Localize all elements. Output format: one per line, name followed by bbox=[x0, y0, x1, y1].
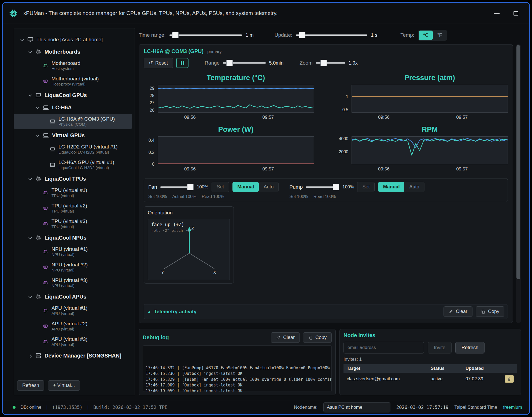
sidebar-item-liquacool-npus[interactable]: LiquaCool NPUs bbox=[14, 232, 132, 244]
range-slider[interactable] bbox=[223, 59, 266, 67]
reset-icon: ↺ bbox=[149, 60, 153, 66]
telemetry-copy-button[interactable]: Copy bbox=[476, 306, 504, 317]
chevron-down-icon[interactable] bbox=[20, 39, 24, 41]
sidebar-item-motherboard[interactable]: Motherboard Host system bbox=[14, 58, 132, 73]
sidebar-item-npu-virtual-1[interactable]: NPU (virtual #1) NPU (virtual) bbox=[14, 244, 132, 259]
node-invites-panel: Node Invites Invite Refresh Invites: 1 T… bbox=[339, 329, 521, 395]
pause-button[interactable] bbox=[176, 58, 189, 68]
slider-thumb[interactable] bbox=[187, 184, 194, 190]
chevron-down-icon[interactable] bbox=[35, 106, 40, 109]
maximize-button[interactable] bbox=[513, 11, 518, 16]
delete-invite-button[interactable] bbox=[505, 375, 514, 383]
chevron-down-icon[interactable] bbox=[28, 237, 32, 239]
pump-set-button[interactable]: Set bbox=[357, 182, 375, 192]
sidebar-item-motherboards[interactable]: Motherboards bbox=[14, 46, 132, 58]
invite-button[interactable]: Invite bbox=[428, 342, 452, 353]
chevron-down-icon[interactable] bbox=[28, 178, 32, 180]
sidebar-item-lc-h2d2-virtual-1[interactable]: LC-H2D2 GPU (virtual #1) LiquaCool LC-H2… bbox=[14, 142, 132, 157]
sidebar-item-this-node[interactable]: This node [Asus PC at home] bbox=[14, 34, 132, 46]
minimize-icon bbox=[494, 13, 500, 14]
sidebar-item-liquacool-tpus[interactable]: LiquaCool TPUs bbox=[14, 173, 132, 185]
chip-icon bbox=[42, 205, 49, 211]
chevron-down-icon[interactable] bbox=[28, 296, 32, 298]
pump-manual-button[interactable]: Manual bbox=[378, 182, 404, 192]
sidebar-item-apu-virtual-2[interactable]: APU (virtual #2) APU (virtual) bbox=[14, 318, 132, 334]
chevron-down-icon[interactable] bbox=[28, 94, 32, 96]
debug-log-title: Debug log bbox=[143, 334, 169, 341]
chip-icon bbox=[42, 264, 49, 270]
svg-text:Y: Y bbox=[161, 270, 164, 275]
debug-clear-button[interactable]: Clear bbox=[271, 332, 300, 343]
slider-thumb[interactable] bbox=[299, 32, 305, 38]
pump-status: Set 100% Read 100% bbox=[289, 194, 424, 199]
primary-badge: primary bbox=[207, 49, 221, 54]
temp-celsius-button[interactable]: °C bbox=[419, 31, 433, 40]
range-label: Range bbox=[205, 60, 220, 66]
sidebar-item-liquacool-apus[interactable]: LiquaCool APUs bbox=[14, 291, 132, 303]
pump-mode-toggle: Manual Auto bbox=[378, 182, 424, 192]
log-line: 17:46:17.009 | [Outbox] ingest-latest OK bbox=[146, 382, 329, 388]
pump-auto-button[interactable]: Auto bbox=[404, 182, 424, 192]
chevron-down-icon[interactable] bbox=[28, 51, 32, 53]
sidebar-item-virtual-gpus[interactable]: Virtual GPUs bbox=[14, 129, 132, 142]
collapse-icon[interactable]: ▲ bbox=[147, 309, 151, 314]
chevron-down-icon[interactable] bbox=[35, 134, 40, 137]
sidebar-item-tpu-virtual-3[interactable]: TPU (virtual #3) TPU (virtual) bbox=[14, 216, 132, 232]
sidebar-item-apu-virtual-3[interactable]: APU (virtual #3) APU (virtual) bbox=[14, 334, 132, 349]
fan-pump-controls: Fan 100% Set Manual Auto bbox=[144, 178, 508, 202]
maximize-icon bbox=[513, 11, 518, 16]
slider-thumb[interactable] bbox=[226, 60, 233, 66]
fan-set-button[interactable]: Set bbox=[212, 182, 229, 192]
sidebar-item-motherboard-virtual[interactable]: Motherboard (virtual) Host-proxy (virtua… bbox=[14, 73, 132, 89]
pump-slider[interactable] bbox=[306, 183, 339, 191]
chart-temperature: Temperature (°C) 29282726 09:5609:57 bbox=[144, 73, 314, 122]
fan-auto-button[interactable]: Auto bbox=[259, 182, 278, 192]
sidebar-item-npu-virtual-3[interactable]: NPU (virtual #3) NPU (virtual) bbox=[14, 275, 132, 291]
sidebar-refresh-button[interactable]: Refresh bbox=[17, 380, 44, 391]
sidebar-item-device-manager[interactable]: Device Manager [SONGSHAN] bbox=[14, 349, 132, 362]
slider-track[interactable] bbox=[316, 62, 345, 64]
device-tree: This node [Asus PC at home] Motherboards… bbox=[14, 32, 135, 377]
minimize-button[interactable] bbox=[494, 13, 500, 14]
chip-icon bbox=[42, 221, 49, 227]
slider-track[interactable] bbox=[169, 35, 242, 36]
plot-area bbox=[158, 136, 314, 164]
chip-icon bbox=[42, 338, 49, 345]
brush-icon bbox=[276, 335, 281, 340]
slider-thumb[interactable] bbox=[320, 60, 327, 66]
gpu-icon bbox=[35, 92, 42, 99]
chevron-right-icon[interactable] bbox=[28, 355, 32, 357]
temp-fahrenheit-button[interactable]: °F bbox=[433, 31, 446, 40]
debug-copy-button[interactable]: Copy bbox=[303, 332, 332, 343]
telemetry-clear-button[interactable]: Clear bbox=[444, 306, 472, 317]
sidebar-item-apu-virtual-1[interactable]: APU (virtual #1) APU (virtual) bbox=[14, 303, 132, 318]
slider-thumb[interactable] bbox=[172, 32, 179, 38]
x-axis: 09:5609:57 bbox=[352, 164, 508, 173]
reset-button[interactable]: ↺ Reset bbox=[144, 58, 173, 68]
nodename-input[interactable] bbox=[323, 402, 390, 412]
scrollbar-thumb[interactable] bbox=[516, 45, 520, 279]
slider-thumb[interactable] bbox=[333, 184, 339, 190]
sidebar-item-lc-h6a-com3[interactable]: LC-H6A @ COM3 (GPU) Physical (COM) bbox=[14, 114, 132, 129]
fan-slider[interactable] bbox=[160, 183, 194, 191]
sidebar-item-liquacool-gpus[interactable]: LiquaCool GPUs bbox=[14, 89, 132, 101]
zoom-slider[interactable] bbox=[316, 59, 345, 67]
fan-manual-button[interactable]: Manual bbox=[232, 182, 259, 192]
sidebar-item-npu-virtual-2[interactable]: NPU (virtual #2) NPU (virtual) bbox=[14, 259, 132, 275]
plan-badge[interactable]: freemium bbox=[503, 405, 522, 410]
telemetry-activity-header[interactable]: ▲ Telemetry activity Clear Copy bbox=[144, 304, 508, 319]
sidebar-item-tpu-virtual-2[interactable]: TPU (virtual #2) TPU (virtual) bbox=[14, 200, 132, 216]
sidebar-item-lc-h6a[interactable]: LC-H6A bbox=[14, 101, 132, 114]
invites-refresh-button[interactable]: Refresh bbox=[455, 342, 485, 353]
chip-icon bbox=[42, 280, 49, 286]
sidebar-item-lc-h6a-virtual-1[interactable]: LC-H6A GPU (virtual #1) LiquaCool LC-H2D… bbox=[14, 157, 132, 173]
db-status-dot bbox=[13, 406, 16, 409]
add-virtual-button[interactable]: + Virtual... bbox=[48, 380, 80, 391]
panel-scrollbar[interactable] bbox=[516, 44, 521, 323]
slider-track[interactable] bbox=[296, 35, 367, 36]
sidebar-item-tpu-virtual-1[interactable]: TPU (virtual #1) TPU (virtual) bbox=[14, 185, 132, 200]
chart-pressure: Pressure (atm) 10.5 09:5609:57 bbox=[338, 73, 508, 122]
invite-email-input[interactable] bbox=[343, 342, 424, 353]
update-slider[interactable] bbox=[296, 31, 367, 39]
time-range-slider[interactable] bbox=[169, 31, 242, 39]
